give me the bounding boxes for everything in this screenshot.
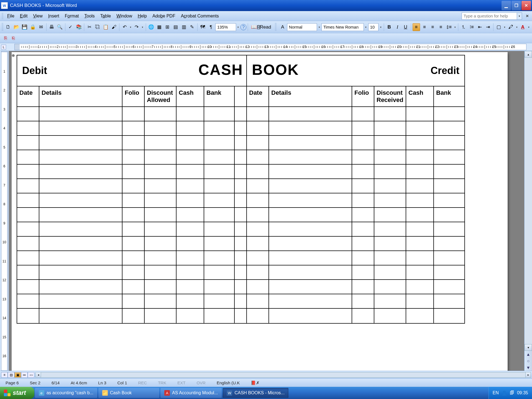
bold-button[interactable]: B (385, 23, 393, 31)
bullet-list-button[interactable]: ⁝≡ (468, 23, 476, 31)
minimize-button[interactable]: ▁ (502, 1, 511, 10)
read-icon[interactable]: 📖 RRead (249, 23, 273, 31)
table-row[interactable] (247, 165, 464, 179)
menu-tools[interactable]: Tools (82, 12, 98, 20)
table-row[interactable] (247, 121, 464, 136)
menu-acrobat-comments[interactable]: Acrobat Comments (178, 12, 222, 20)
vertical-ruler[interactable]: 12345678910111213141516 (0, 51, 9, 371)
email-icon[interactable]: ✉ (37, 23, 45, 31)
styles-pane-icon[interactable]: A (279, 23, 287, 31)
paste-icon[interactable]: 📋 (102, 23, 110, 31)
scroll-right-button[interactable]: ▸ (525, 372, 531, 378)
web-view-button[interactable]: ▤ (8, 372, 14, 378)
table-row[interactable] (17, 193, 246, 208)
table-row[interactable] (247, 208, 464, 222)
new-document-icon[interactable]: 🗋 (4, 23, 12, 31)
font-size-dropdown[interactable]: ▾ (379, 26, 382, 29)
borders-dropdown[interactable]: ▾ (503, 26, 507, 29)
table-row[interactable] (247, 136, 464, 150)
help-icon[interactable]: ? (241, 24, 247, 30)
table-row[interactable] (17, 309, 246, 323)
style-combo[interactable]: Normal (287, 23, 317, 31)
toolbar-grip[interactable] (2, 13, 3, 19)
table-row[interactable] (17, 265, 246, 280)
prev-page-button[interactable]: ▲ (525, 351, 532, 357)
status-spellcheck-icon[interactable]: 📕✗ (248, 380, 262, 385)
table-row[interactable] (17, 294, 246, 309)
table-row[interactable] (17, 222, 246, 237)
tray-language[interactable]: EN (493, 390, 499, 395)
table-row[interactable] (17, 136, 246, 150)
align-center-button[interactable]: ≡ (421, 23, 428, 31)
menu-help[interactable]: Help (135, 12, 150, 20)
vertical-scrollbar[interactable]: ▴ ▾ ▲ ○ ▼ (524, 51, 532, 371)
taskbar-item[interactable]: eas accounting "cash b... (35, 388, 97, 398)
underline-button[interactable]: U (402, 23, 410, 31)
status-ovr[interactable]: OVR (194, 380, 208, 385)
cashbook-table[interactable]: DebitCASHDateDetailsFolioDiscount Allowe… (17, 55, 465, 324)
menu-window[interactable]: Window (114, 12, 135, 20)
normal-view-button[interactable]: ≡ (1, 372, 8, 378)
zoom-dropdown[interactable]: ▾ (237, 26, 240, 29)
document-close-button[interactable]: × (524, 13, 530, 19)
open-icon[interactable]: 📂 (12, 23, 20, 31)
scroll-down-button[interactable]: ▾ (525, 344, 532, 351)
columns-icon[interactable]: ▥ (180, 23, 188, 31)
taskbar-item[interactable]: 📁Cash Book (98, 388, 159, 398)
table-row[interactable] (17, 251, 246, 265)
toolbar-grip[interactable] (2, 23, 3, 31)
hyperlink-icon[interactable]: 🌐 (147, 23, 155, 31)
align-left-button[interactable]: ≡ (413, 23, 420, 31)
scroll-left-button[interactable]: ◂ (35, 372, 41, 378)
status-trk[interactable]: TRK (155, 380, 169, 385)
table-row[interactable] (247, 193, 464, 208)
copy-icon[interactable]: ⿻ (94, 23, 101, 31)
horizontal-scrollbar[interactable]: ◂ ▸ (35, 372, 531, 378)
style-dropdown[interactable]: ▾ (318, 26, 321, 29)
maximize-button[interactable]: ❐ (511, 1, 521, 10)
tab-selector[interactable]: L (1, 45, 6, 50)
redo-dropdown[interactable]: ▾ (141, 26, 144, 29)
zoom-combo[interactable]: 135% (215, 23, 236, 31)
research-icon[interactable]: 📚 (75, 23, 83, 31)
table-row[interactable] (17, 280, 246, 294)
spellcheck-icon[interactable]: ✓ (67, 23, 75, 31)
align-justify-button[interactable]: ≡ (437, 23, 445, 31)
table-row[interactable] (247, 294, 464, 309)
scroll-up-button[interactable]: ▴ (525, 51, 532, 58)
font-combo[interactable]: Times New Roman (321, 23, 364, 31)
table-row[interactable] (247, 150, 464, 165)
insert-table-icon[interactable]: ⊞ (164, 23, 172, 31)
font-size-combo[interactable]: 10 (368, 23, 379, 31)
align-right-button[interactable]: ≡ (429, 23, 437, 31)
toolbar-grip[interactable] (275, 23, 277, 31)
decrease-indent-button[interactable]: ⇤ (476, 23, 484, 31)
table-row[interactable] (17, 107, 246, 121)
outline-view-button[interactable]: ≔ (21, 372, 28, 378)
menu-adobe-pdf[interactable]: Adobe PDF (150, 12, 178, 20)
menu-table[interactable]: Table (98, 12, 114, 20)
taskbar-item[interactable]: WCASH BOOKS - Micros... (223, 388, 288, 398)
highlight-button[interactable]: 🖍 (507, 23, 515, 31)
spacing-dropdown[interactable]: ▾ (453, 26, 457, 29)
font-color-dropdown[interactable]: ▾ (527, 26, 530, 29)
document-viewport[interactable]: ⊕ DebitCASHDateDetailsFolioDiscount Allo… (9, 51, 524, 371)
print-layout-view-button[interactable]: ▣ (14, 372, 21, 378)
menu-file[interactable]: File (4, 12, 17, 20)
menu-view[interactable]: View (30, 12, 45, 20)
excel-icon[interactable]: ▤ (172, 23, 180, 31)
browse-object-button[interactable]: ○ (525, 357, 532, 364)
borders-button[interactable]: ▢ (495, 23, 503, 31)
tray-volume-icon[interactable]: 🗐 (510, 390, 514, 395)
line-spacing-button[interactable]: ‡≡ (445, 23, 453, 31)
document-page[interactable]: ⊕ DebitCASHDateDetailsFolioDiscount Allo… (12, 52, 508, 371)
table-row[interactable] (17, 237, 246, 251)
menu-insert[interactable]: Insert (45, 12, 62, 20)
italic-button[interactable]: I (393, 23, 401, 31)
status-ext[interactable]: EXT (175, 380, 188, 385)
next-page-button[interactable]: ▼ (525, 364, 532, 371)
increase-indent-button[interactable]: ⇥ (484, 23, 492, 31)
help-search-input[interactable] (462, 12, 517, 20)
print-icon[interactable]: 🖶 (48, 23, 56, 31)
table-row[interactable] (247, 237, 464, 251)
